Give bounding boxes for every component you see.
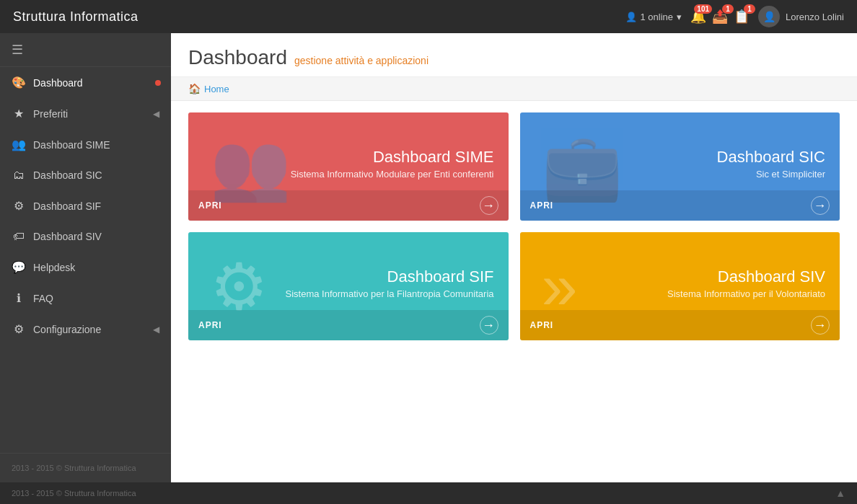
sidebar-label-dashboard-sif: Dashboard SIF <box>33 200 159 212</box>
content-title: Dashboard gestione attività e applicazio… <box>188 46 840 69</box>
card-title-sime: Dashboard SIME <box>291 148 494 167</box>
user-online-icon: 👤 <box>625 12 637 22</box>
breadcrumb-home[interactable]: Home <box>204 84 229 94</box>
card-footer-sic: APRI → <box>520 190 840 221</box>
online-indicator[interactable]: 👤 1 online ▾ <box>625 12 682 22</box>
sidebar-icon-configurazione: ⚙ <box>12 322 26 336</box>
card-footer-sime: APRI → <box>188 190 509 221</box>
card-footer-sif: APRI → <box>188 310 509 340</box>
card-open-label-siv: APRI <box>530 320 554 330</box>
sidebar-item-dashboard-siv[interactable]: 🏷 Dashboard SIV <box>0 221 171 252</box>
sidebar-item-dashboard-sime[interactable]: 👥 Dashboard SIME <box>0 129 171 160</box>
sidebar-icon-dashboard-sic: 🗂 <box>12 169 26 182</box>
topbar-right: 👤 1 online ▾ 🔔 101 📤 1 📋 1 👤 Lorenzo Lol… <box>625 6 845 27</box>
card-arrow-icon-siv[interactable]: → <box>811 316 830 335</box>
app-title: Struttura Informatica <box>13 9 139 25</box>
breadcrumb: 🏠 Home <box>171 77 857 101</box>
avatar: 👤 <box>758 6 780 27</box>
card-open-label-sime: APRI <box>198 200 222 211</box>
content-header: Dashboard gestione attività e applicazio… <box>171 33 857 77</box>
sidebar-item-preferiti[interactable]: ★ Preferiti ◀ <box>0 98 171 129</box>
sidebar-icon-preferiti: ★ <box>12 107 26 120</box>
chevron-icon: ◀ <box>153 324 159 335</box>
card-siv[interactable]: » Dashboard SIV Sistema Informativo per … <box>520 232 840 340</box>
active-dot <box>155 80 161 86</box>
card-subtitle-siv: Sistema Informativo per il Volontariato <box>667 288 825 299</box>
docs-badge-btn[interactable]: 📋 1 <box>734 9 750 25</box>
card-sime[interactable]: 👥 Dashboard SIME Sistema Informativo Mod… <box>188 112 509 221</box>
sidebar-icon-dashboard: 🎨 <box>12 76 26 89</box>
sidebar-label-faq: FAQ <box>33 293 159 304</box>
card-title-sif: Dashboard SIF <box>285 268 493 286</box>
card-arrow-icon-sif[interactable]: → <box>480 316 498 335</box>
sidebar-label-preferiti: Preferiti <box>33 108 146 120</box>
main-layout: ☰ 🎨 Dashboard ★ Preferiti ◀ 👥 Dashboard … <box>0 33 857 482</box>
card-open-label-sif: APRI <box>198 320 222 330</box>
upload-count: 1 <box>722 4 734 14</box>
card-text-siv: Dashboard SIV Sistema Informativo per il… <box>667 268 825 299</box>
sidebar-item-faq[interactable]: ℹ FAQ <box>0 283 171 314</box>
sidebar-item-helpdesk[interactable]: 💬 Helpdesk <box>0 252 171 283</box>
card-subtitle-sif: Sistema Informativo per la Filantropia C… <box>285 288 493 299</box>
card-open-label-sic: APRI <box>530 200 554 211</box>
sidebar-label-dashboard: Dashboard <box>33 77 159 89</box>
card-sif[interactable]: ⚙ Dashboard SIF Sistema Informativo per … <box>188 232 509 340</box>
sidebar-item-dashboard-sif[interactable]: ⚙ Dashboard SIF <box>0 190 171 221</box>
content-area: Dashboard gestione attività e applicazio… <box>171 33 857 482</box>
card-text-sic: Dashboard SIC Sic et Simpliciter <box>717 148 825 180</box>
page-title: Dashboard <box>188 46 287 69</box>
sidebar-icon-dashboard-sime: 👥 <box>12 138 26 151</box>
card-text-sif: Dashboard SIF Sistema Informativo per la… <box>285 268 493 299</box>
sidebar-icon-faq: ℹ <box>12 291 26 305</box>
sidebar-label-configurazione: Configurazione <box>33 324 146 335</box>
sidebar-footer: 2013 - 2015 © Struttura Informatica <box>0 453 171 482</box>
page-subtitle: gestione attività e applicazioni <box>294 55 428 66</box>
chevron-icon: ◀ <box>153 109 159 119</box>
card-title-siv: Dashboard SIV <box>667 268 825 286</box>
notification-badge-btn[interactable]: 🔔 101 <box>690 9 706 25</box>
sidebar-label-dashboard-sime: Dashboard SIME <box>33 139 159 151</box>
badge-group: 🔔 101 📤 1 📋 1 <box>690 9 750 25</box>
scroll-top-button[interactable]: ▲ <box>835 487 845 499</box>
card-text-sime: Dashboard SIME Sistema Informativo Modul… <box>291 148 494 180</box>
sidebar-icon-dashboard-sif: ⚙ <box>12 199 26 213</box>
sidebar-toggle[interactable]: ☰ <box>0 33 171 67</box>
hamburger-icon: ☰ <box>12 42 23 58</box>
sidebar-label-dashboard-siv: Dashboard SIV <box>33 231 159 242</box>
sidebar-label-dashboard-sic: Dashboard SIC <box>33 169 159 181</box>
card-arrow-icon-sime[interactable]: → <box>480 196 498 215</box>
user-name: Lorenzo Lolini <box>786 12 844 22</box>
sidebar-icon-dashboard-siv: 🏷 <box>12 230 26 243</box>
upload-badge-btn[interactable]: 📤 1 <box>712 9 728 25</box>
sidebar-icon-helpdesk: 💬 <box>12 260 26 274</box>
sidebar-item-dashboard-sic[interactable]: 🗂 Dashboard SIC <box>0 160 171 190</box>
sidebar-item-configurazione[interactable]: ⚙ Configurazione ◀ <box>0 314 171 345</box>
notification-count: 101 <box>694 4 712 14</box>
card-arrow-icon-sic[interactable]: → <box>811 196 830 215</box>
sidebar-label-helpdesk: Helpdesk <box>33 262 159 273</box>
card-subtitle-sime: Sistema Informativo Modulare per Enti co… <box>291 169 494 180</box>
card-footer-siv: APRI → <box>520 310 840 340</box>
online-label: 1 online <box>641 12 674 22</box>
card-sic[interactable]: 💼 Dashboard SIC Sic et Simpliciter APRI … <box>520 112 840 221</box>
footer-copyright: 2013 - 2015 © Struttura Informatica <box>12 489 136 498</box>
topbar: Struttura Informatica 👤 1 online ▾ 🔔 101… <box>0 0 857 33</box>
card-subtitle-sic: Sic et Simpliciter <box>717 169 825 180</box>
home-icon: 🏠 <box>188 83 201 94</box>
bottom-bar: 2013 - 2015 © Struttura Informatica ▲ <box>0 482 857 504</box>
docs-count: 1 <box>744 4 755 14</box>
chevron-down-icon: ▾ <box>677 12 682 22</box>
sidebar-item-dashboard[interactable]: 🎨 Dashboard <box>0 67 171 98</box>
cards-grid: 👥 Dashboard SIME Sistema Informativo Mod… <box>171 101 857 352</box>
sidebar: ☰ 🎨 Dashboard ★ Preferiti ◀ 👥 Dashboard … <box>0 33 171 482</box>
card-title-sic: Dashboard SIC <box>717 148 825 167</box>
user-area[interactable]: 👤 Lorenzo Lolini <box>758 6 844 27</box>
